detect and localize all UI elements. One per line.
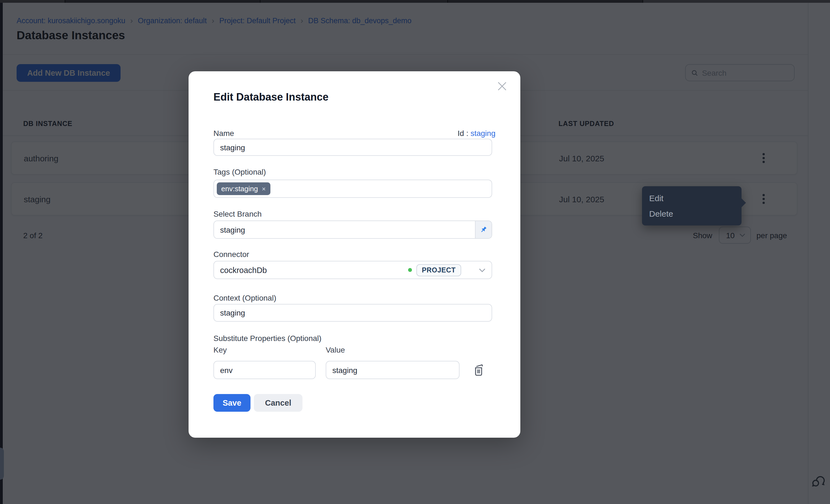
pin-branch-button[interactable] bbox=[475, 221, 491, 238]
delete-property-trash-icon[interactable] bbox=[473, 363, 485, 376]
pushpin-icon bbox=[479, 226, 488, 234]
tag-chip: env:staging × bbox=[217, 182, 270, 195]
row-context-menu: Edit Delete bbox=[642, 186, 741, 226]
sidebar-collapse-handle[interactable] bbox=[0, 448, 4, 480]
id-separator: : bbox=[466, 129, 468, 138]
name-field[interactable] bbox=[214, 139, 492, 156]
value-label: Value bbox=[326, 345, 345, 354]
screen: Account: kurosakiichigo.songoku › Organi… bbox=[0, 0, 830, 504]
window-left-edge bbox=[0, 3, 3, 504]
substitute-properties-label: Substitute Properties (Optional) bbox=[214, 334, 322, 343]
branch-input[interactable] bbox=[214, 221, 475, 238]
name-label: Name bbox=[214, 129, 234, 138]
context-label: Context (Optional) bbox=[214, 294, 276, 302]
connector-select[interactable]: cockroachDb PROJECT bbox=[214, 261, 492, 279]
context-menu-arrow bbox=[741, 198, 746, 208]
branch-field bbox=[214, 221, 492, 239]
context-menu-delete[interactable]: Delete bbox=[642, 206, 741, 221]
property-value-field[interactable] bbox=[326, 361, 459, 379]
cancel-button[interactable]: Cancel bbox=[254, 394, 302, 412]
tags-field[interactable]: env:staging × bbox=[214, 179, 492, 198]
context-field[interactable] bbox=[214, 304, 492, 322]
branch-label: Select Branch bbox=[214, 209, 261, 218]
connector-value: cockroachDb bbox=[220, 266, 404, 274]
tag-remove-icon[interactable]: × bbox=[262, 186, 266, 192]
browser-tab-strip bbox=[0, 0, 830, 3]
context-menu-edit[interactable]: Edit bbox=[642, 190, 741, 206]
status-dot-icon bbox=[408, 268, 412, 272]
edit-database-instance-modal: Edit Database Instance Name Id : staging… bbox=[189, 71, 520, 438]
id-label: Id bbox=[457, 129, 464, 138]
chevron-down-icon bbox=[479, 268, 485, 272]
connector-label: Connector bbox=[214, 250, 249, 259]
save-button[interactable]: Save bbox=[214, 394, 251, 412]
modal-title: Edit Database Instance bbox=[214, 91, 328, 103]
tag-chip-label: env:staging bbox=[221, 184, 258, 193]
connector-scope-badge: PROJECT bbox=[416, 264, 461, 276]
close-icon[interactable] bbox=[496, 80, 508, 92]
key-label: Key bbox=[214, 345, 227, 354]
tags-label: Tags (Optional) bbox=[214, 167, 266, 176]
property-key-field[interactable] bbox=[214, 361, 316, 379]
instance-id: Id : staging bbox=[457, 129, 496, 138]
id-value[interactable]: staging bbox=[471, 129, 496, 138]
